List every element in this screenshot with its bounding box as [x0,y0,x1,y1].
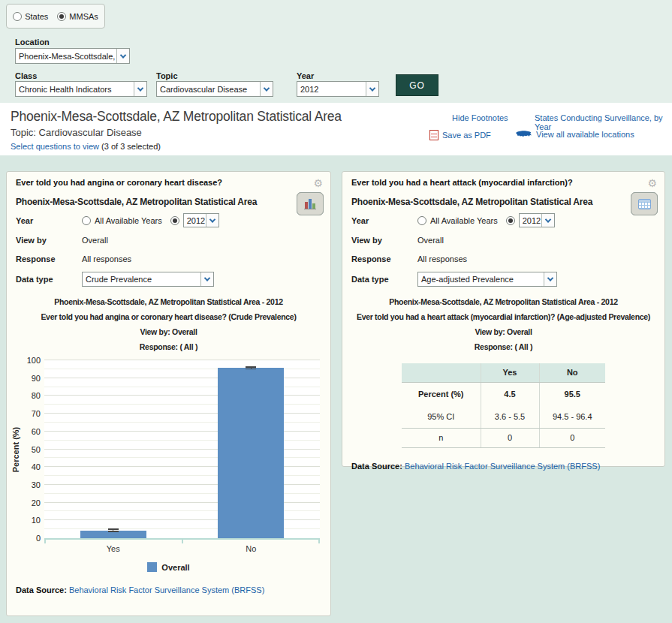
table-row-label: 95% CI [402,405,481,428]
chart-yticks: 0102030405060708090100 [22,360,44,538]
data-type-select[interactable]: Crude Prevalence [82,272,214,287]
table-column-header: Yes [481,363,539,382]
chart-view-button[interactable] [297,192,324,215]
panel-location-title: Phoenix-Mesa-Scottsdale, AZ Metropolitan… [342,187,601,207]
select-questions-row: Select questions to view (3 of 3 selecte… [11,142,161,151]
class-select-value: Chronic Health Indicators [16,85,134,94]
year-control-row: Year All Available Years 2012 [351,213,655,227]
data-source-line: Data Source: Behavioral Risk Factor Surv… [351,462,655,471]
bar-chart: Percent (%) 0102030405060708090100 [10,360,320,538]
data-source-link[interactable]: Behavioral Risk Factor Surveillance Syst… [69,585,264,594]
topic-select-value: Cardiovascular Disease [157,85,260,94]
go-button[interactable]: GO [396,74,438,96]
table-cell: 95.5 [539,382,605,405]
panel-location-title: Phoenix-Mesa-Scottsdale, AZ Metropolitan… [7,187,267,207]
chevron-down-icon [200,272,213,286]
error-bar [243,366,259,369]
page-header: Phoenix-Mesa-Scottsdale, AZ Metropolitan… [0,103,672,155]
legend-swatch [147,562,157,572]
all-years-label: All Available Years [95,216,162,225]
question-title: Ever told you had a heart attack (myocar… [342,172,664,187]
response-label: Response [16,254,82,263]
chevron-down-icon [544,272,556,286]
data-source-link[interactable]: Behavioral Risk Factor Surveillance Syst… [405,462,600,471]
view-by-value: Overall [417,236,444,245]
chart-title-line: Ever told you had angina or coronary hea… [7,309,330,324]
response-row: Response All responses [16,253,321,265]
data-source-label: Data Source: [16,585,67,594]
data-type-row: Data type Crude Prevalence [16,272,321,287]
mmsas-radio-label: MMSAs [69,12,98,21]
data-type-value: Crude Prevalence [83,275,200,284]
table-row-label: Percent (%) [402,382,481,405]
table-row-label: n [402,428,481,447]
data-type-value: Age-adjusted Prevalence [418,275,544,284]
panel-year-value: 2012 [184,216,206,225]
single-year-radio[interactable] [170,216,179,225]
table-icon [638,199,651,209]
mmsas-radio[interactable] [57,12,66,21]
states-radio-option[interactable]: States [13,12,48,21]
table-title-line: Response: ( All ) [342,339,664,354]
panel-controls: Year All Available Years 2012 View by Ov… [351,213,655,287]
class-select[interactable]: Chronic Health Indicators [15,81,147,97]
chevron-down-icon [206,214,218,227]
view-by-label: View by [351,236,417,245]
all-years-label: All Available Years [430,216,498,225]
table-title-line: Ever told you had a heart attack (myocar… [342,309,664,324]
x-axis-category-label: No [182,544,321,553]
chevron-down-icon [134,82,146,96]
panel-year-select[interactable]: 2012 [183,213,219,227]
view-by-row: View by Overall [16,234,321,246]
class-label: Class [15,71,37,80]
states-radio[interactable] [13,12,22,21]
filter-bar: States MMSAs Location Phoenix-Mesa-Scott… [0,0,672,103]
results-table-body: Percent (%)4.595.595% CI3.6 - 5.594.5 - … [402,382,605,447]
single-year-radio[interactable] [506,216,515,225]
location-select[interactable]: Phoenix-Mesa-Scottsdale, AZ [15,48,130,64]
data-type-row: Data type Age-adjusted Prevalence [351,272,655,287]
chart-legend: Overall [7,562,330,572]
bar-chart-icon [304,199,316,209]
table-cell: 4.5 [481,382,539,405]
table-view-button[interactable] [631,192,658,215]
table-title-line: View by: Overall [342,324,664,339]
panel-year-select[interactable]: 2012 [519,213,555,227]
all-years-radio[interactable] [82,216,91,225]
gear-icon[interactable]: ⚙ [647,178,657,188]
view-toggle [297,192,324,215]
save-pdf-link[interactable]: Save as PDF [442,131,491,140]
mmsas-radio-option[interactable]: MMSAs [57,12,98,21]
data-source-line: Data Source: Behavioral Risk Factor Surv… [16,585,321,594]
chart-titles: Phoenix-Mesa-Scottsdale, AZ Metropolitan… [7,294,330,354]
page-topic: Topic: Cardiovascular Disease [11,127,142,138]
response-row: Response All responses [351,253,655,265]
year-select[interactable]: 2012 [297,81,379,97]
location-select-value: Phoenix-Mesa-Scottsdale, AZ [16,52,116,61]
selection-count: (3 of 3 selected) [99,142,161,151]
year-select-value: 2012 [297,85,366,94]
table-column-header: No [539,363,605,382]
select-questions-link[interactable]: Select questions to view [11,142,99,151]
data-type-select[interactable]: Age-adjusted Prevalence [417,272,557,287]
chart-title-line: Response: ( All ) [7,339,330,354]
results-table: YesNo Percent (%)4.595.595% CI3.6 - 5.59… [402,363,605,448]
panel-year-value: 2012 [520,216,541,225]
table-titles: Phoenix-Mesa-Scottsdale, AZ Metropolitan… [342,294,664,354]
topic-select[interactable]: Cardiovascular Disease [156,81,273,97]
gear-icon[interactable]: ⚙ [313,178,323,188]
view-locations-link[interactable]: View all available locations [536,130,634,139]
table-cell: 94.5 - 96.4 [539,405,605,428]
panel-controls: Year All Available Years 2012 View by Ov… [16,213,321,287]
chart-title-line: Phoenix-Mesa-Scottsdale, AZ Metropolitan… [7,294,330,309]
table-row: Percent (%)4.595.5 [402,382,605,405]
all-years-radio[interactable] [417,216,426,225]
hide-footnotes-link[interactable]: Hide Footnotes [452,113,508,122]
response-label: Response [351,254,417,263]
heart-attack-question-panel: Ever told you had a heart attack (myocar… [342,171,665,467]
view-by-label: View by [16,236,82,245]
location-label: Location [15,38,50,47]
content-area: Ever told you had angina or coronary hea… [0,155,672,623]
us-map-icon [515,129,532,139]
chevron-down-icon [541,214,554,227]
